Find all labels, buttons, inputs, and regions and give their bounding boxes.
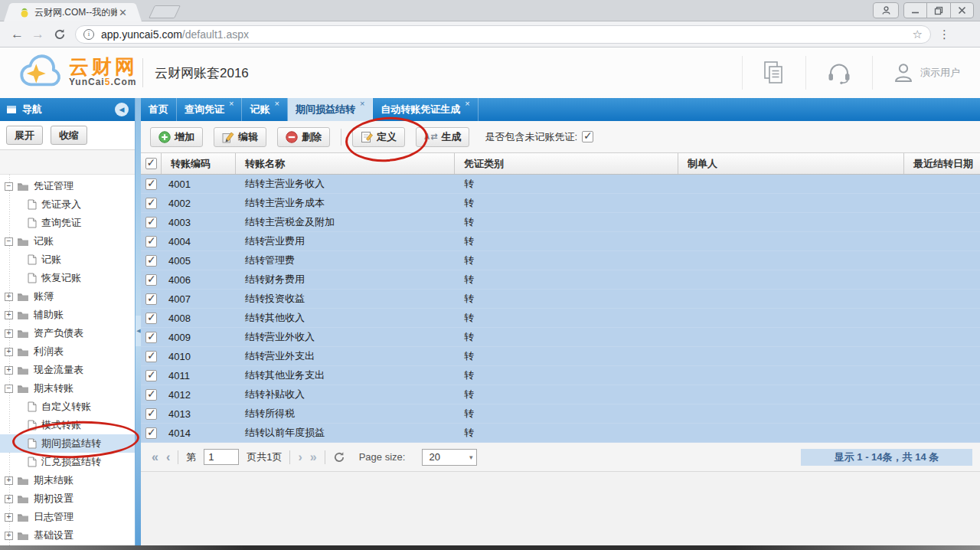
tree-toggle-icon[interactable]: + [5, 329, 13, 338]
refresh-button[interactable] [333, 451, 345, 463]
documents-button[interactable] [742, 56, 805, 90]
table-row[interactable]: 4012结转补贴收入转 [141, 385, 980, 404]
column-header[interactable]: 转账编码 [162, 153, 236, 174]
minimize-button[interactable] [904, 3, 927, 18]
tree-toggle-icon[interactable]: + [5, 293, 13, 301]
tab-1[interactable]: 查询凭证× [177, 98, 242, 121]
generate-button[interactable]: A⇄生成 [416, 127, 469, 147]
first-page-icon[interactable]: « [152, 450, 158, 464]
tree-toggle-icon[interactable]: + [5, 513, 13, 522]
table-row[interactable]: 4013结转所得税转 [141, 404, 980, 424]
expand-all-button[interactable]: 展开 [6, 126, 43, 145]
column-header[interactable]: 凭证类别 [455, 153, 678, 174]
support-button[interactable] [805, 56, 872, 90]
sidebar-item-汇兑损益结转[interactable]: 汇兑损益结转 [0, 453, 135, 471]
table-row[interactable]: 4011结转其他业务支出转 [141, 366, 980, 385]
table-row[interactable]: 4002结转主营业务成本转 [141, 194, 980, 213]
include-unposted-checkbox[interactable] [582, 131, 593, 142]
prev-page-icon[interactable]: ‹ [166, 450, 170, 464]
reload-button[interactable] [54, 28, 66, 41]
select-all-checkbox[interactable] [145, 158, 157, 169]
sidebar-item-恢复记账[interactable]: 恢复记账 [0, 269, 135, 287]
tab-2[interactable]: 记账× [242, 98, 287, 121]
tree-toggle-icon[interactable]: + [5, 311, 13, 319]
row-checkbox[interactable] [145, 236, 157, 247]
last-page-icon[interactable]: » [310, 450, 317, 464]
browser-profile-button[interactable] [873, 2, 899, 18]
add-button[interactable]: 增加 [150, 127, 203, 147]
table-row[interactable]: 4001结转主营业务收入转 [141, 175, 980, 194]
url-bar[interactable]: i app.yuncai5.com/default1.aspx ☆ [75, 25, 931, 44]
restore-button[interactable] [927, 3, 950, 18]
page-info-icon[interactable]: i [83, 29, 94, 40]
tree-toggle-icon[interactable]: + [5, 366, 13, 375]
table-row[interactable]: 4009结转营业外收入转 [141, 328, 980, 347]
browser-tab[interactable]: 云财网.COM--我的账套 ✕ [12, 3, 133, 21]
back-button[interactable]: ← [11, 27, 24, 42]
define-button[interactable]: 定义 [352, 127, 405, 147]
row-checkbox[interactable] [145, 332, 157, 343]
sidebar-item-利润表[interactable]: +利润表 [0, 342, 135, 361]
sidebar-item-期初设置[interactable]: +期初设置 [0, 489, 135, 508]
row-checkbox[interactable] [145, 408, 157, 420]
sidebar-item-查询凭证[interactable]: 查询凭证 [0, 214, 135, 232]
sidebar-item-期末结账[interactable]: +期末结账 [0, 471, 135, 489]
row-checkbox[interactable] [145, 351, 157, 362]
sidebar-item-日志管理[interactable]: +日志管理 [0, 508, 135, 526]
next-page-icon[interactable]: › [298, 450, 302, 464]
table-row[interactable]: 4010结转营业外支出转 [141, 347, 980, 366]
tree-toggle-icon[interactable]: − [5, 237, 13, 246]
browser-tab-close-icon[interactable]: ✕ [117, 7, 129, 18]
sidebar-item-辅助账[interactable]: +辅助账 [0, 306, 135, 324]
row-checkbox[interactable] [145, 313, 157, 324]
sidebar-item-模式转账[interactable]: 模式转账 [0, 416, 135, 434]
tab-4[interactable]: 自动转账凭证生成× [373, 98, 478, 121]
row-checkbox[interactable] [145, 389, 157, 401]
tree-toggle-icon[interactable]: − [5, 182, 13, 191]
row-checkbox[interactable] [145, 217, 157, 228]
page-size-select[interactable]: 20 ▾ [422, 449, 477, 466]
table-row[interactable]: 4003结转主营税金及附加转 [141, 213, 980, 232]
sidebar-item-资产负债表[interactable]: +资产负债表 [0, 324, 135, 342]
tab-3[interactable]: 期间损益结转× [288, 98, 373, 121]
tree-toggle-icon[interactable]: + [5, 476, 13, 485]
user-menu[interactable]: 演示用户 [872, 56, 980, 90]
row-checkbox[interactable] [145, 198, 157, 209]
sidebar-splitter[interactable]: ◀ [135, 98, 141, 545]
new-tab-button[interactable] [149, 5, 181, 18]
delete-button[interactable]: 删除 [277, 127, 330, 147]
column-header[interactable]: 最近结转日期 [904, 153, 980, 174]
row-checkbox[interactable] [145, 178, 157, 190]
close-button[interactable] [951, 3, 973, 18]
forward-button[interactable]: → [31, 27, 44, 42]
tab-0[interactable]: 首页 [141, 98, 177, 121]
sidebar-collapse-button[interactable]: ◀ [115, 103, 129, 116]
sidebar-item-现金流量表[interactable]: +现金流量表 [0, 361, 135, 379]
tab-close-icon[interactable]: × [229, 100, 234, 108]
row-checkbox[interactable] [145, 370, 157, 381]
sidebar-item-凭证管理[interactable]: −凭证管理 [0, 177, 135, 195]
sidebar-item-自定义转账[interactable]: 自定义转账 [0, 398, 135, 416]
table-row[interactable]: 4014结转以前年度损益转 [141, 424, 980, 443]
tree-toggle-icon[interactable]: + [5, 348, 13, 356]
table-row[interactable]: 4005结转管理费转 [141, 251, 980, 270]
tree-toggle-icon[interactable]: + [5, 532, 13, 540]
browser-menu-icon[interactable]: ⋮ [939, 28, 950, 41]
sidebar-item-基础设置[interactable]: +基础设置 [0, 526, 135, 545]
row-checkbox[interactable] [145, 293, 157, 305]
yuncai-logo[interactable]: 云财网 YunCai5.Com [17, 54, 138, 90]
tab-close-icon[interactable]: × [274, 100, 279, 108]
tree-toggle-icon[interactable]: + [5, 495, 13, 503]
row-checkbox[interactable] [145, 427, 157, 439]
table-row[interactable]: 4008结转其他收入转 [141, 309, 980, 328]
table-row[interactable]: 4004结转营业费用转 [141, 232, 980, 251]
table-row[interactable]: 4006结转财务费用转 [141, 270, 980, 290]
column-header[interactable]: 转账名称 [236, 153, 455, 174]
table-row[interactable]: 4007结转投资收益转 [141, 290, 980, 309]
page-number-input[interactable] [204, 449, 239, 465]
sidebar-item-期间损益结转[interactable]: 期间损益结转 [0, 434, 135, 453]
column-header[interactable]: 制单人 [678, 153, 904, 174]
tab-close-icon[interactable]: × [360, 100, 364, 108]
row-checkbox[interactable] [145, 255, 157, 267]
bookmark-star-icon[interactable]: ☆ [913, 28, 923, 41]
